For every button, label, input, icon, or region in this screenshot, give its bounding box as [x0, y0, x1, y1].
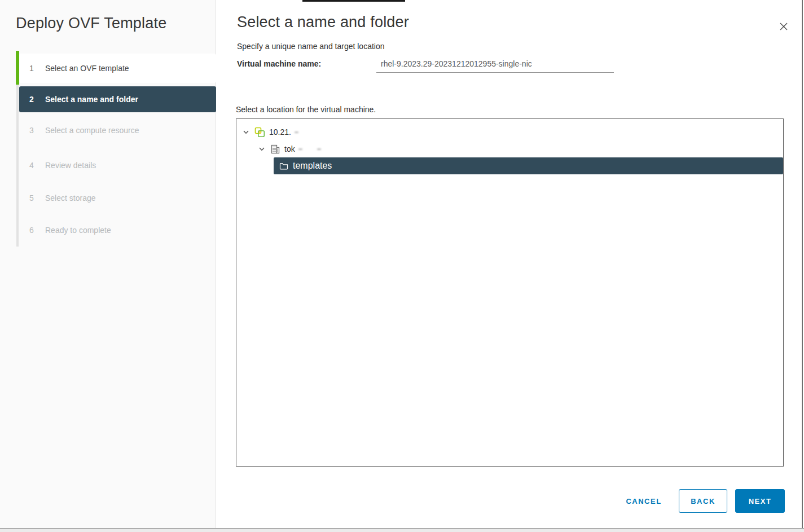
step-number: 6 — [29, 226, 41, 235]
step-label: Ready to complete — [45, 226, 111, 235]
folder-icon — [279, 162, 288, 170]
right-page-edge — [802, 0, 803, 528]
wizard-sidebar: Deploy OVF Template 1 Select an OVF temp… — [0, 0, 216, 528]
tree-row-datacenter[interactable]: tok — [236, 140, 783, 157]
step-label: Select a name and folder — [45, 95, 138, 104]
top-page-edge — [302, 0, 405, 2]
close-button[interactable] — [776, 19, 792, 34]
step-number: 1 — [29, 64, 41, 73]
next-button[interactable]: NEXT — [735, 489, 785, 513]
location-label: Select a location for the virtual machin… — [236, 105, 376, 114]
wizard-step-select-ovf-template[interactable]: 1 Select an OVF template — [19, 54, 216, 83]
tree-row-label: tok — [284, 144, 295, 153]
datacenter-icon — [270, 144, 280, 155]
chevron-down-icon[interactable] — [258, 145, 266, 153]
page-title: Select a name and folder — [237, 14, 409, 31]
redaction-blur — [317, 148, 321, 150]
wizard-step-review-details: 4 Review details — [19, 157, 216, 174]
step-label: Review details — [45, 161, 96, 170]
step-label: Select an OVF template — [45, 64, 129, 73]
bottom-page-edge — [0, 528, 804, 532]
tree-row-label: templates — [293, 161, 332, 171]
tree-row-label: 10.21. — [269, 127, 291, 137]
wizard-step-select-storage: 5 Select storage — [19, 190, 216, 206]
step-label: Select a compute resource — [45, 126, 139, 135]
tree-row-vcenter[interactable]: 10.21. — [236, 124, 783, 140]
chevron-down-icon[interactable] — [242, 128, 250, 136]
deploy-ovf-dialog: Deploy OVF Template 1 Select an OVF temp… — [0, 0, 804, 532]
vm-name-input[interactable] — [376, 56, 614, 73]
wizard-title: Deploy OVF Template — [16, 15, 166, 32]
tree-row-templates-folder[interactable]: templates — [274, 157, 783, 174]
back-button[interactable]: BACK — [679, 489, 727, 513]
step-number: 3 — [29, 126, 41, 135]
wizard-step-ready-to-complete: 6 Ready to complete — [19, 222, 216, 239]
vm-name-label: Virtual machine name: — [237, 59, 321, 68]
vcenter-icon — [254, 127, 265, 138]
wizard-step-select-compute-resource: 3 Select a compute resource — [19, 122, 216, 139]
location-tree: 10.21. tok — [236, 118, 784, 467]
step-label: Select storage — [45, 194, 96, 203]
step-number: 2 — [29, 95, 41, 104]
redaction-blur — [298, 148, 302, 150]
wizard-step-select-name-folder[interactable]: 2 Select a name and folder — [19, 86, 216, 112]
step-number: 4 — [29, 161, 41, 170]
close-icon — [779, 21, 789, 32]
step-number: 5 — [29, 194, 41, 203]
step-description: Specify a unique name and target locatio… — [237, 42, 385, 51]
cancel-button[interactable]: CANCEL — [618, 489, 670, 513]
redaction-blur — [295, 131, 298, 133]
